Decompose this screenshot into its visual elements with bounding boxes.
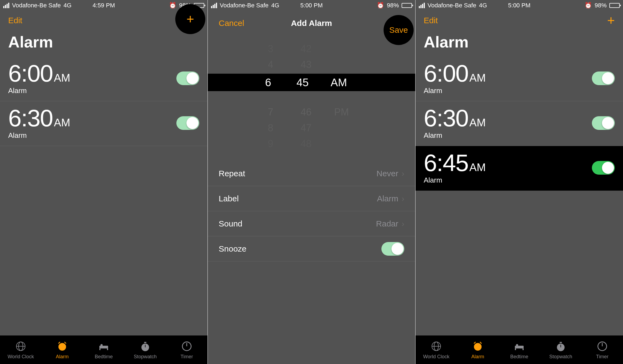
alarm-toggle[interactable] xyxy=(592,161,615,175)
alarm-row[interactable]: 6:30AM Alarm xyxy=(0,101,207,146)
page-title: Alarm xyxy=(0,30,207,56)
stopwatch-icon xyxy=(555,340,567,352)
alarm-label: Alarm xyxy=(8,131,70,140)
add-button-highlight: + xyxy=(175,4,205,34)
svg-rect-21 xyxy=(560,342,562,343)
globe-icon xyxy=(15,340,27,352)
alarm-ampm: AM xyxy=(469,161,486,173)
svg-point-15 xyxy=(474,343,482,351)
svg-rect-5 xyxy=(99,348,100,350)
alarm-row[interactable]: 6:00AM Alarm xyxy=(416,56,623,101)
tab-timer[interactable]: Timer xyxy=(582,336,623,364)
cancel-button[interactable]: Cancel xyxy=(219,19,244,28)
snooze-row: Snooze xyxy=(208,236,415,261)
tab-worldclock[interactable]: World Clock xyxy=(416,336,457,364)
alarm-settings: Repeat Never› Label Alarm› Sound Radar› … xyxy=(208,161,415,261)
tab-bedtime[interactable]: Bedtime xyxy=(499,336,540,364)
svg-rect-9 xyxy=(144,342,146,343)
tab-bedtime[interactable]: Bedtime xyxy=(83,336,124,364)
tab-timer[interactable]: Timer xyxy=(166,336,207,364)
sound-label: Sound xyxy=(219,219,242,228)
svg-rect-17 xyxy=(515,348,516,350)
status-bar: Vodafone-Be Safe 4G 5:00 PM ⏰ 98% xyxy=(208,0,415,11)
signal-icon xyxy=(3,3,9,8)
alarm-ampm: AM xyxy=(469,72,486,84)
chevron-right-icon: › xyxy=(402,169,404,178)
alarm-toggle[interactable] xyxy=(176,116,199,130)
globe-icon xyxy=(430,340,442,352)
label-row[interactable]: Label Alarm› xyxy=(208,186,415,211)
status-bar: Vodafone-Be Safe 4G 5:00 PM ⏰ 98% xyxy=(416,0,623,11)
add-alarm-button[interactable]: + xyxy=(607,14,615,27)
screen-alarm-list-after: Vodafone-Be Safe 4G 5:00 PM ⏰ 98% Edit +… xyxy=(416,0,623,364)
svg-point-19 xyxy=(516,344,518,346)
snooze-toggle[interactable] xyxy=(381,242,404,256)
alarm-indicator-icon: ⏰ xyxy=(585,2,592,9)
picker-selected-ampm: AM xyxy=(331,76,347,89)
alarm-time: 6:00 xyxy=(424,60,468,87)
signal-icon xyxy=(419,3,425,8)
alarm-time: 6:30 xyxy=(8,105,53,132)
add-alarm-button[interactable]: + xyxy=(186,13,194,26)
svg-rect-18 xyxy=(523,348,524,350)
save-button-highlight: Save xyxy=(384,15,414,45)
picker-selection-bar: 6 45 AM xyxy=(208,74,415,91)
tab-stopwatch[interactable]: Stopwatch xyxy=(540,336,582,364)
screen-alarm-list: Vodafone-Be Safe 4G 4:59 PM ⏰ 98% Edit +… xyxy=(0,0,207,364)
svg-point-3 xyxy=(58,343,66,351)
alarm-icon xyxy=(472,340,484,352)
alarm-time: 6:00 xyxy=(8,60,53,87)
alarm-label: Alarm xyxy=(424,86,486,95)
alarm-row[interactable]: 6:00AM Alarm xyxy=(0,56,207,101)
carrier-label: Vodafone-Be Safe xyxy=(220,2,269,9)
repeat-row[interactable]: Repeat Never› xyxy=(208,161,415,186)
alarm-indicator-icon: ⏰ xyxy=(169,2,176,9)
svg-rect-6 xyxy=(107,348,108,350)
status-bar: Vodafone-Be Safe 4G 4:59 PM ⏰ 98% xyxy=(0,0,207,11)
alarm-toggle[interactable] xyxy=(176,71,199,85)
alarm-row[interactable]: 6:30AM Alarm xyxy=(416,101,623,146)
bed-icon xyxy=(98,340,110,352)
label-value: Alarm xyxy=(377,194,398,203)
tab-bar: World Clock Alarm Bedtime Stopwatch Time… xyxy=(0,335,207,364)
bed-icon xyxy=(513,340,525,352)
page-title: Alarm xyxy=(416,30,623,56)
battery-percent: 98% xyxy=(595,2,607,9)
edit-button[interactable]: Edit xyxy=(8,16,22,25)
network-label: 4G xyxy=(271,2,279,9)
alarm-time: 6:30 xyxy=(424,105,468,132)
time-picker[interactable]: 3 4 5 . 7 8 9 42 43 44 . 46 47 48 .... P… xyxy=(208,41,415,123)
tab-alarm[interactable]: Alarm xyxy=(457,336,499,364)
tab-alarm[interactable]: Alarm xyxy=(41,336,83,364)
battery-icon xyxy=(402,3,412,8)
edit-button[interactable]: Edit xyxy=(424,16,438,25)
tab-stopwatch[interactable]: Stopwatch xyxy=(124,336,166,364)
alarm-ampm: AM xyxy=(469,117,486,129)
picker-selected-minute: 45 xyxy=(296,76,309,89)
alarm-toggle[interactable] xyxy=(592,71,615,85)
alarm-toggle[interactable] xyxy=(592,116,615,130)
chevron-right-icon: › xyxy=(402,194,404,203)
alarm-label: Alarm xyxy=(424,176,486,184)
network-label: 4G xyxy=(64,2,72,9)
alarm-ampm: AM xyxy=(54,72,70,84)
battery-percent: 98% xyxy=(387,2,399,9)
battery-icon xyxy=(609,3,620,8)
signal-icon xyxy=(211,3,217,8)
timer-icon xyxy=(596,340,608,352)
network-label: 4G xyxy=(479,2,487,9)
chevron-right-icon: › xyxy=(402,219,404,228)
alarm-indicator-icon: ⏰ xyxy=(377,2,384,9)
label-label: Label xyxy=(219,194,239,203)
tab-worldclock[interactable]: World Clock xyxy=(0,336,41,364)
timer-icon xyxy=(181,340,193,352)
sound-value: Radar xyxy=(376,219,398,228)
alarm-label: Alarm xyxy=(424,131,486,140)
alarm-row-new[interactable]: 6:45AM Alarm xyxy=(416,146,623,191)
svg-point-7 xyxy=(100,344,103,346)
alarm-time: 6:45 xyxy=(424,149,468,176)
picker-selected-hour: 6 xyxy=(265,76,271,89)
sound-row[interactable]: Sound Radar› xyxy=(208,211,415,236)
repeat-value: Never xyxy=(376,169,398,178)
save-button[interactable]: Save xyxy=(389,25,408,35)
